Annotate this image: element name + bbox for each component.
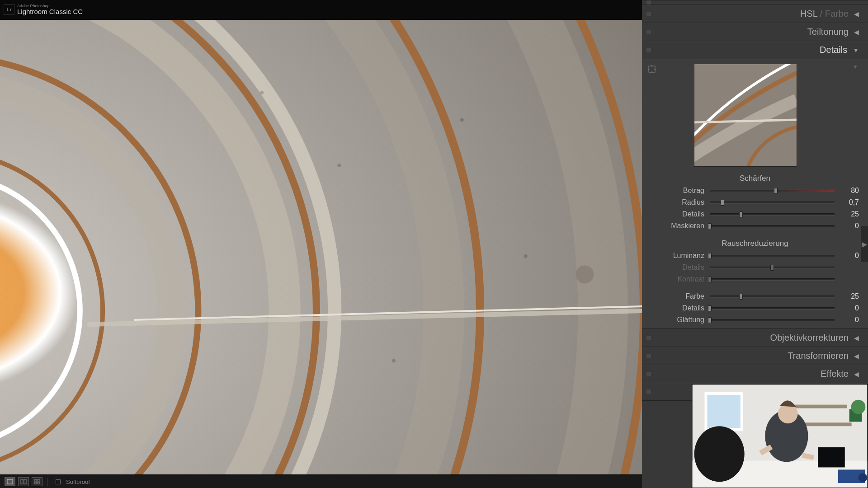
collapse-icon: ◀ — [854, 352, 859, 360]
softproof-label: Softproof — [66, 479, 90, 485]
svg-rect-21 — [21, 479, 23, 484]
view-loupe-icon[interactable] — [5, 477, 15, 486]
expand-icon: ▼ — [853, 47, 859, 54]
slider-glaettung[interactable]: Glättung0 — [642, 314, 868, 326]
svg-point-18 — [260, 91, 264, 94]
slider-lum-kontrast: Kontrast — [642, 273, 868, 285]
svg-rect-38 — [789, 405, 847, 408]
collapse-icon: ◀ — [854, 334, 859, 342]
bottom-toolbar: Softproof — [0, 475, 642, 488]
panel-teiltonung[interactable]: Teiltonung ◀ — [642, 23, 868, 41]
panel-gradation[interactable] — [642, 0, 868, 5]
svg-rect-22 — [24, 479, 26, 484]
right-expand-tab-icon[interactable]: ▶ — [861, 226, 868, 262]
panel-objektiv-title: Objektivkorrekturen — [770, 333, 849, 343]
collapse-icon: ◀ — [854, 28, 859, 36]
svg-point-49 — [858, 473, 867, 482]
slider-maskieren[interactable]: Maskieren0 — [642, 220, 868, 232]
collapse-icon: ◀ — [854, 10, 859, 18]
svg-rect-20 — [7, 479, 13, 484]
slider-luminanz[interactable]: Luminanz0 — [642, 250, 868, 262]
panel-transformieren[interactable]: Transformieren ◀ — [642, 347, 868, 365]
slider-farbe[interactable]: Farbe25 — [642, 291, 868, 302]
panel-hsl-title: HSL / Farbe — [800, 9, 849, 19]
sharpen-group-title: Schärfen — [642, 171, 868, 185]
detail-target-icon[interactable] — [646, 64, 657, 75]
detail-preview[interactable] — [694, 64, 797, 167]
view-compare-icon[interactable] — [18, 477, 29, 486]
panel-effekte[interactable]: Effekte ◀ — [642, 365, 868, 383]
svg-rect-23 — [34, 479, 37, 481]
svg-rect-25 — [34, 482, 37, 484]
svg-point-42 — [851, 400, 866, 414]
panel-teiltonung-title: Teiltonung — [807, 27, 849, 37]
noise-group-title: Rauschreduzierung — [642, 236, 868, 250]
panel-hsl-farbe[interactable]: HSL / Farbe ◀ — [642, 5, 868, 23]
webcam-overlay — [692, 384, 868, 488]
svg-rect-35 — [706, 394, 741, 429]
svg-rect-47 — [818, 447, 844, 468]
app-name: Lightroom Classic CC — [17, 8, 83, 15]
image-viewer[interactable] — [0, 20, 642, 474]
svg-point-14 — [337, 164, 341, 167]
panel-details-title: Details — [820, 45, 847, 55]
slider-farbe-details[interactable]: Details0 — [642, 302, 868, 314]
slider-radius[interactable]: Radius0,7 — [642, 197, 868, 208]
preview-disclose-icon[interactable]: ▼ — [853, 64, 863, 70]
title-bar: Lr Adobe Photoshop Lightroom Classic CC — [0, 0, 642, 19]
panel-transform-title: Transformieren — [788, 351, 849, 361]
panel-objektivkorrekturen[interactable]: Objektivkorrekturen ◀ — [642, 328, 868, 347]
svg-point-19 — [576, 265, 594, 283]
view-survey-icon[interactable] — [32, 477, 42, 486]
svg-point-40 — [694, 426, 745, 482]
slider-lum-details: Details — [642, 262, 868, 273]
slider-betrag[interactable]: Betrag80 — [642, 185, 868, 197]
collapse-icon: ◀ — [854, 371, 859, 378]
slider-details-sharp[interactable]: Details25 — [642, 208, 868, 220]
panel-effekte-title: Effekte — [821, 369, 849, 379]
app-logo-icon: Lr — [4, 4, 14, 15]
develop-panels: HSL / Farbe ◀ Teiltonung ◀ Details ▼ — [642, 0, 868, 488]
panel-details[interactable]: Details ▼ — [642, 41, 868, 59]
svg-rect-26 — [38, 482, 40, 484]
svg-rect-24 — [38, 479, 40, 481]
svg-point-17 — [392, 359, 396, 362]
svg-point-15 — [460, 118, 464, 122]
softproof-checkbox[interactable] — [56, 479, 61, 484]
svg-point-16 — [524, 254, 528, 258]
